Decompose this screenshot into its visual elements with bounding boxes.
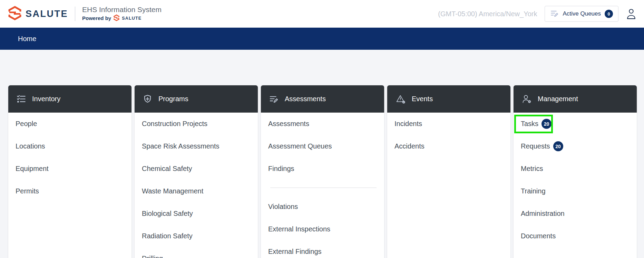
menu-item-equipment[interactable]: Equipment [8, 157, 131, 180]
title-block: EHS Information System Powered by SALUTE [82, 6, 162, 22]
shield-plus-icon [143, 94, 152, 104]
powered-by-brand: SALUTE [122, 16, 142, 21]
powered-by-label: Powered by [82, 15, 111, 21]
menu-item-label: Locations [16, 142, 45, 150]
panel-title: Programs [158, 95, 188, 103]
panel-programs: ProgramsConstruction ProjectsSpace Risk … [135, 85, 258, 258]
nav-item-home[interactable]: Home [18, 35, 36, 43]
header-divider [75, 7, 75, 21]
panel-title: Management [538, 95, 578, 103]
active-queues-button[interactable]: Active Queues 0 [545, 6, 618, 22]
powered-by: Powered by SALUTE [82, 15, 162, 22]
menu-item-tasks[interactable]: Tasks20 [514, 113, 637, 135]
menu-item-drilling[interactable]: Drilling [135, 247, 258, 258]
panel-header-assessments: Assessments [261, 85, 384, 113]
menu-item-violations[interactable]: Violations [261, 195, 384, 218]
menu-item-label: Assessment Queues [268, 142, 332, 150]
warning-gear-icon [396, 94, 406, 104]
panel-body-programs: Construction ProjectsSpace Risk Assessme… [135, 113, 258, 258]
menu-item-people[interactable]: People [8, 113, 131, 135]
brand-wordmark: SALUTE [26, 9, 68, 19]
panel-management: ManagementTasks20Requests20MetricsTraini… [514, 85, 637, 258]
checklist-icon [17, 94, 26, 104]
menu-item-external-inspections[interactable]: External Inspections [261, 218, 384, 240]
active-queues-label: Active Queues [563, 10, 601, 17]
menu-item-accidents[interactable]: Accidents [387, 135, 510, 157]
panel-body-events: IncidentsAccidents [387, 113, 510, 258]
menu-item-documents[interactable]: Documents [514, 225, 637, 247]
menu-item-label: Assessments [268, 120, 309, 128]
salute-hexagon-icon [8, 6, 21, 22]
menu-item-radiation-safety[interactable]: Radiation Safety [135, 225, 258, 247]
menu-item-label: Space Risk Assessments [142, 142, 219, 150]
menu-item-label: Permits [16, 187, 39, 195]
menu-divider [270, 188, 377, 188]
count-badge: 20 [541, 119, 552, 129]
menu-item-waste-management[interactable]: Waste Management [135, 180, 258, 202]
menu-item-training[interactable]: Training [514, 180, 637, 202]
menu-item-construction-projects[interactable]: Construction Projects [135, 113, 258, 135]
menu-item-locations[interactable]: Locations [8, 135, 131, 157]
panel-header-inventory: Inventory [8, 85, 131, 113]
menu-item-label: Violations [268, 203, 298, 211]
menu-item-biological-safety[interactable]: Biological Safety [135, 202, 258, 225]
menu-item-label: Construction Projects [142, 120, 207, 128]
menu-item-label: Documents [521, 232, 556, 240]
user-account-button[interactable] [626, 8, 636, 19]
active-queues-count-badge: 0 [605, 10, 613, 18]
menu-item-chemical-safety[interactable]: Chemical Safety [135, 157, 258, 180]
menu-item-metrics[interactable]: Metrics [514, 157, 637, 180]
menu-item-label: Radiation Safety [142, 232, 193, 240]
menu-item-space-risk-assessments[interactable]: Space Risk Assessments [135, 135, 258, 157]
menu-item-assessment-queues[interactable]: Assessment Queues [261, 135, 384, 157]
menu-item-label: External Inspections [268, 225, 330, 233]
person-gear-icon [522, 94, 531, 104]
panel-header-programs: Programs [135, 85, 258, 113]
menu-item-label: Metrics [521, 165, 543, 173]
panel-events: EventsIncidentsAccidents [387, 85, 510, 258]
menu-item-label: People [16, 120, 37, 128]
panel-title: Assessments [285, 95, 326, 103]
main-navbar: Home [0, 28, 644, 50]
page-title: EHS Information System [82, 6, 162, 13]
menu-item-label: Waste Management [142, 187, 203, 195]
menu-item-label: Chemical Safety [142, 165, 192, 173]
menu-item-permits[interactable]: Permits [8, 180, 131, 202]
menu-item-findings[interactable]: Findings [261, 157, 384, 180]
menu-item-label: Tasks [521, 120, 538, 128]
menu-item-label: External Findings [268, 248, 322, 256]
menu-item-external-findings[interactable]: External Findings [261, 240, 384, 258]
panel-title: Events [412, 95, 433, 103]
menu-item-label: Findings [268, 165, 294, 173]
panel-body-assessments: AssessmentsAssessment QueuesFindingsViol… [261, 113, 384, 258]
menu-item-label: Biological Safety [142, 210, 193, 218]
menu-item-label: Accidents [394, 142, 425, 150]
menu-item-label: Training [521, 187, 546, 195]
menu-item-administration[interactable]: Administration [514, 202, 637, 225]
count-badge: 20 [553, 141, 563, 151]
panel-inventory: InventoryPeopleLocationsEquipmentPermits [8, 85, 131, 258]
lines-pencil-icon [550, 9, 559, 19]
panel-title: Inventory [32, 95, 60, 103]
menu-item-label: Equipment [16, 165, 49, 173]
menu-item-label: Drilling [142, 255, 163, 258]
lines-pencil-icon [269, 94, 279, 104]
panel-header-management: Management [514, 85, 637, 113]
columns: InventoryPeopleLocationsEquipmentPermits… [8, 85, 637, 258]
salute-hexagon-icon-small [114, 15, 119, 22]
top-header: SALUTE EHS Information System Powered by… [0, 0, 644, 28]
panel-body-management: Tasks20Requests20MetricsTrainingAdminist… [514, 113, 637, 258]
menu-item-label: Requests [521, 142, 550, 150]
panel-header-events: Events [387, 85, 510, 113]
menu-item-requests[interactable]: Requests20 [514, 135, 637, 157]
panel-assessments: AssessmentsAssessmentsAssessment QueuesF… [261, 85, 384, 258]
person-outline-icon [626, 8, 636, 19]
brand-logo[interactable]: SALUTE [8, 6, 68, 22]
header-right: (GMT-05:00) America/New_York Active Queu… [438, 6, 636, 22]
menu-item-assessments[interactable]: Assessments [261, 113, 384, 135]
home-content: InventoryPeopleLocationsEquipmentPermits… [0, 50, 644, 258]
timezone-label: (GMT-05:00) America/New_York [438, 10, 537, 18]
menu-item-incidents[interactable]: Incidents [387, 113, 510, 135]
panel-body-inventory: PeopleLocationsEquipmentPermits [8, 113, 131, 258]
menu-item-label: Incidents [394, 120, 422, 128]
